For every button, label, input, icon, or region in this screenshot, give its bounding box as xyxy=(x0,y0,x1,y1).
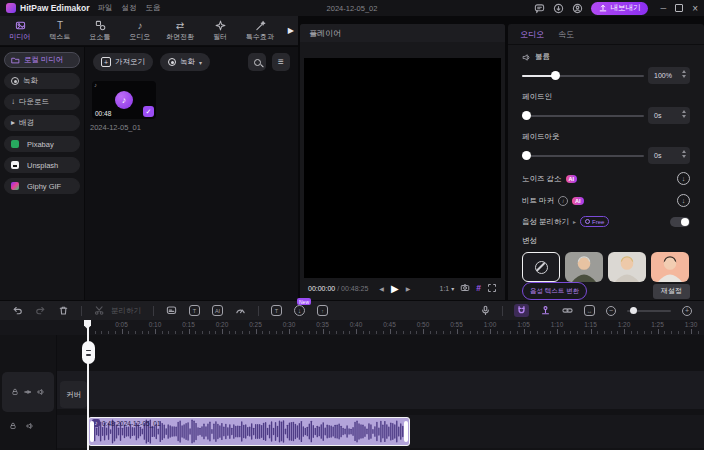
sidebar-item-pixabay[interactable]: Pixabay xyxy=(4,136,80,152)
audio-clip[interactable]: ♪ 0:48 2024-12-05_01 xyxy=(88,417,410,446)
split-label[interactable]: 분리하기 xyxy=(111,306,141,316)
sidebar-item-record[interactable]: 녹화 xyxy=(4,73,80,89)
download-center-icon[interactable] xyxy=(553,3,564,14)
media-item-thumbnail[interactable]: ♪ ♪ 00:48 ✓ xyxy=(92,81,156,119)
account-icon[interactable] xyxy=(572,3,583,14)
snapshot-icon[interactable] xyxy=(460,283,470,293)
fullscreen-icon[interactable] xyxy=(487,283,497,293)
import-button[interactable]: + 가져오기 xyxy=(93,53,153,71)
template-text-icon[interactable]: T xyxy=(271,305,282,316)
voice-option-male[interactable] xyxy=(565,252,603,282)
clip-trim-handle-left[interactable] xyxy=(90,421,94,442)
ruler-label: 0:10 xyxy=(146,321,164,328)
clip-trim-handle-right[interactable] xyxy=(404,421,408,442)
zoom-out-icon[interactable]: − xyxy=(606,306,616,316)
ruler-tick xyxy=(296,331,297,334)
play-icon[interactable]: ▶ xyxy=(391,283,399,294)
ruler-tick xyxy=(544,331,545,334)
zoom-in-icon[interactable]: + xyxy=(682,306,692,316)
prev-frame-icon[interactable]: ◀ xyxy=(379,285,384,292)
undo-icon[interactable] xyxy=(12,305,23,316)
mute-track-icon[interactable] xyxy=(37,388,45,396)
tab-transition[interactable]: ⇄화면전환 xyxy=(160,19,200,42)
ai-tool-icon[interactable]: AI xyxy=(212,305,223,316)
next-frame-icon[interactable]: ▶ xyxy=(406,285,411,292)
sidebar-item-local-media[interactable]: 로컬 미디어 xyxy=(4,52,80,68)
ruler-label: 1:10 xyxy=(548,321,566,328)
more-tabs-icon[interactable]: ▶ xyxy=(288,26,294,35)
volume-stepper[interactable] xyxy=(682,70,686,78)
magnet-icon[interactable] xyxy=(514,304,529,317)
fade-out-slider[interactable] xyxy=(522,151,644,160)
export-button[interactable]: 내보내기 xyxy=(591,2,648,15)
fade-out-value[interactable]: 0s xyxy=(648,147,690,164)
properties-panel: 오디오 속도 볼륨 100% 페이드인 0s 페이드아웃 0s 노이즈 감소 A… xyxy=(508,24,704,300)
cover-button[interactable]: 커버 xyxy=(60,381,87,408)
speed-tool-icon[interactable] xyxy=(235,305,246,316)
fade-in-slider[interactable] xyxy=(522,111,644,120)
fade-out-stepper[interactable] xyxy=(682,150,686,158)
volume-value[interactable]: 100% xyxy=(648,67,690,84)
feedback-icon[interactable] xyxy=(534,3,545,14)
tab-audio[interactable]: ♪오디오 xyxy=(120,19,160,42)
playhead[interactable] xyxy=(87,320,89,450)
voiceover-mic-icon[interactable] xyxy=(480,305,491,316)
playhead-handle[interactable] xyxy=(82,341,95,364)
voice-option-girl[interactable] xyxy=(651,252,689,282)
download-tool-icon[interactable]: ↓ xyxy=(294,305,305,316)
reset-button[interactable]: 재설정 xyxy=(653,284,690,299)
delete-icon[interactable] xyxy=(58,305,69,316)
voice-split-toggle[interactable] xyxy=(670,217,690,227)
text-tool-icon[interactable]: T xyxy=(189,305,200,316)
minimize-button[interactable]: ─ xyxy=(660,4,666,13)
split-icon[interactable] xyxy=(94,305,105,316)
menu-file[interactable]: 파일 xyxy=(97,3,112,13)
redo-icon[interactable] xyxy=(35,305,46,316)
transition-icon: ⇄ xyxy=(176,19,184,31)
tab-audio[interactable]: 오디오 xyxy=(520,29,544,40)
sidebar-item-background[interactable]: ▸배경 xyxy=(4,115,80,131)
noise-download-icon[interactable]: ↓ xyxy=(677,172,690,185)
voice-option-none[interactable] xyxy=(522,252,560,282)
record-button[interactable]: 녹화 ▾ xyxy=(160,53,210,71)
tab-text[interactable]: T텍스트 xyxy=(40,19,80,42)
fade-in-value[interactable]: 0s xyxy=(648,107,690,124)
video-track[interactable] xyxy=(57,371,704,409)
volume-slider[interactable] xyxy=(522,71,644,80)
maximize-button[interactable] xyxy=(675,4,683,12)
lock-track-icon[interactable] xyxy=(11,388,19,396)
tab-effects[interactable]: 특수효과 xyxy=(240,19,280,42)
lock-audio-track-icon[interactable] xyxy=(9,422,17,430)
menu-help[interactable]: 도움 xyxy=(145,3,160,13)
beat-download-icon[interactable]: ↓ xyxy=(677,194,690,207)
menu-settings[interactable]: 설정 xyxy=(121,3,136,13)
aspect-ratio-select[interactable]: 1:1▾ xyxy=(440,285,455,292)
search-button[interactable] xyxy=(248,53,266,71)
sidebar-item-download[interactable]: ↓다운로드 xyxy=(4,94,80,110)
sort-button[interactable]: ≡ xyxy=(272,53,290,71)
timeline-ruler[interactable]: 0:050:100:150:200:250:300:350:400:450:50… xyxy=(0,320,704,335)
tab-media[interactable]: 미디어 xyxy=(0,19,40,42)
sidebar-item-giphy[interactable]: Giphy GIF xyxy=(4,178,80,194)
video-preview[interactable] xyxy=(304,58,501,278)
timeline-zoom-slider[interactable] xyxy=(627,310,671,312)
tab-elements[interactable]: 요소들 xyxy=(80,19,120,42)
sidebar-item-unsplash[interactable]: Unsplash xyxy=(4,157,80,173)
ruler-tick xyxy=(564,331,565,334)
auto-attach-icon[interactable] xyxy=(540,305,551,316)
voice-option-female[interactable] xyxy=(608,252,646,282)
mute-audio-track-icon[interactable] xyxy=(26,422,34,430)
fade-in-stepper[interactable] xyxy=(682,110,686,118)
hide-track-icon[interactable] xyxy=(24,388,32,396)
speech-to-text-button[interactable]: 음성 텍스트 변환 xyxy=(522,282,587,300)
fit-timeline-icon[interactable]: ↔ xyxy=(584,305,595,316)
export-frame-icon[interactable]: ↑ xyxy=(317,305,328,316)
app-logo-icon xyxy=(6,3,16,13)
subtitle-icon[interactable] xyxy=(166,305,177,316)
link-icon[interactable] xyxy=(562,305,573,316)
tab-filter[interactable]: 필터 xyxy=(200,19,240,42)
grid-icon[interactable]: # xyxy=(476,283,481,293)
close-button[interactable]: × xyxy=(692,3,698,14)
playback-time: 00:00:00 / 00:48:25 xyxy=(308,285,368,292)
tab-speed[interactable]: 속도 xyxy=(558,29,574,40)
